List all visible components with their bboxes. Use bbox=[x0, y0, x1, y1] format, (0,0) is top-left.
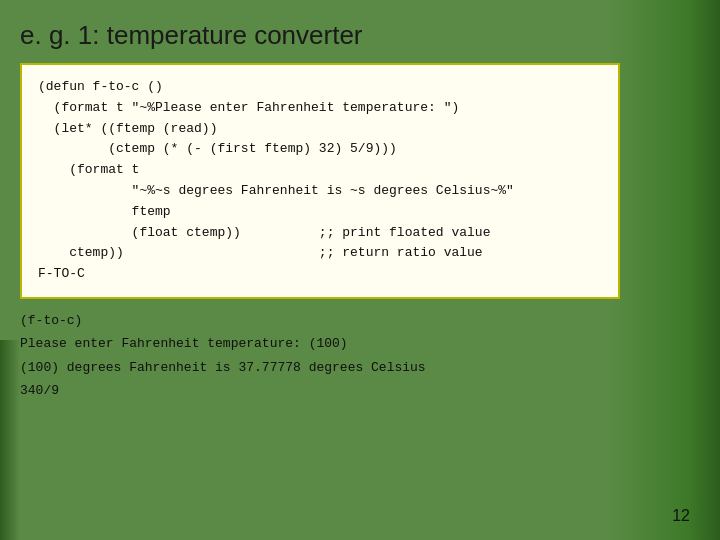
output-block: (f-to-c) Please enter Fahrenheit tempera… bbox=[20, 309, 660, 403]
code-line-4: (ctemp (* (- (first ftemp) 32) 5/9))) bbox=[38, 139, 602, 160]
output-line-2: Please enter Fahrenheit temperature: (10… bbox=[20, 332, 660, 355]
code-line-6: "~%~s degrees Fahrenheit is ~s degrees C… bbox=[38, 181, 602, 202]
page-number: 12 bbox=[672, 507, 690, 525]
code-line-9: ctemp)) ;; return ratio value bbox=[38, 243, 602, 264]
code-line-8: (float ctemp)) ;; print floated value bbox=[38, 223, 602, 244]
code-line-3: (let* ((ftemp (read)) bbox=[38, 119, 602, 140]
slide-content: e. g. 1: temperature converter (defun f-… bbox=[20, 20, 660, 403]
code-line-7: ftemp bbox=[38, 202, 602, 223]
code-line-5: (format t bbox=[38, 160, 602, 181]
title-text: e. g. 1: temperature converter bbox=[20, 20, 363, 50]
slide-title: e. g. 1: temperature converter bbox=[20, 20, 660, 51]
output-line-1: (f-to-c) bbox=[20, 309, 660, 332]
page-number-text: 12 bbox=[672, 507, 690, 524]
output-line-3: (100) degrees Fahrenheit is 37.77778 deg… bbox=[20, 356, 660, 379]
code-line-10: F-TO-C bbox=[38, 264, 602, 285]
code-block: (defun f-to-c () (format t "~%Please ent… bbox=[20, 63, 620, 299]
code-line-2: (format t "~%Please enter Fahrenheit tem… bbox=[38, 98, 602, 119]
output-line-4: 340/9 bbox=[20, 379, 660, 402]
leaf-decoration-left bbox=[0, 340, 20, 540]
code-line-1: (defun f-to-c () bbox=[38, 77, 602, 98]
